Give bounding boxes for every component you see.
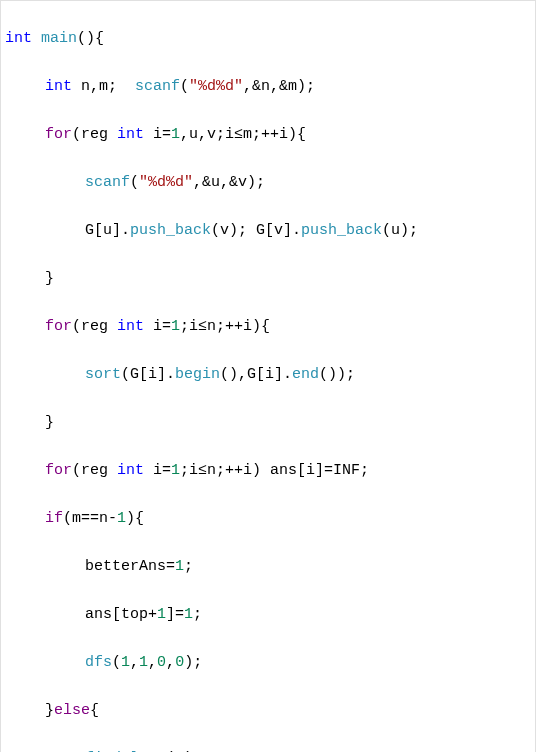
text: i= bbox=[144, 462, 171, 479]
code-line: sort(G[i].begin(),G[i].end()); bbox=[5, 363, 531, 387]
text: i= bbox=[144, 126, 171, 143]
method-pushback: push_back bbox=[301, 222, 382, 239]
code-line: scanf("%d%d",&u,&v); bbox=[5, 171, 531, 195]
func-scanf: scanf bbox=[126, 78, 180, 95]
text: ){ bbox=[126, 510, 144, 527]
code-line: betterAns=1; bbox=[5, 555, 531, 579]
text: , bbox=[166, 654, 175, 671]
method-begin: begin bbox=[175, 366, 220, 383]
code-line: for(reg int i=1;i≤n;++i) ans[i]=INF; bbox=[5, 459, 531, 483]
text: ;i≤n;++i) ans[i]=INF; bbox=[180, 462, 369, 479]
text: reg bbox=[81, 462, 117, 479]
text: ( bbox=[72, 462, 81, 479]
number: 1 bbox=[171, 126, 180, 143]
code-line: } bbox=[5, 411, 531, 435]
text: ;i≤n;++i){ bbox=[180, 318, 270, 335]
brace: { bbox=[90, 702, 99, 719]
code-block: int main(){ int n,m; scanf("%d%d",&n,&m)… bbox=[0, 0, 536, 752]
text: ; bbox=[193, 606, 202, 623]
code-line: dfs(1,1,0,0); bbox=[5, 651, 531, 675]
number: 1 bbox=[175, 558, 184, 575]
text: ( bbox=[180, 78, 189, 95]
number: 1 bbox=[139, 654, 148, 671]
keyword-int: int bbox=[45, 78, 72, 95]
text: reg bbox=[81, 126, 117, 143]
method-pushback: push_back bbox=[130, 222, 211, 239]
text: i= bbox=[144, 318, 171, 335]
text: , bbox=[130, 654, 139, 671]
number: 1 bbox=[171, 462, 180, 479]
text: G[u]. bbox=[85, 222, 130, 239]
number: 1 bbox=[171, 318, 180, 335]
text: ; bbox=[184, 558, 193, 575]
text: ()); bbox=[319, 366, 355, 383]
keyword-for: for bbox=[45, 126, 72, 143]
code-line: int n,m; scanf("%d%d",&n,&m); bbox=[5, 75, 531, 99]
text: ,u,v;i≤m;++i){ bbox=[180, 126, 306, 143]
keyword-int: int bbox=[117, 318, 144, 335]
string-literal: "%d%d" bbox=[139, 174, 193, 191]
number: 0 bbox=[157, 654, 166, 671]
text: (G[i]. bbox=[121, 366, 175, 383]
number: 1 bbox=[184, 606, 193, 623]
code-line: int main(){ bbox=[5, 27, 531, 51]
text: reg bbox=[81, 318, 117, 335]
keyword-int: int bbox=[117, 462, 144, 479]
text: ); bbox=[184, 654, 202, 671]
text: (v); G[v]. bbox=[211, 222, 301, 239]
code-line: for(reg int i=1,u,v;i≤m;++i){ bbox=[5, 123, 531, 147]
code-line: } bbox=[5, 267, 531, 291]
number: 1 bbox=[121, 654, 130, 671]
keyword-int: int bbox=[117, 126, 144, 143]
brace: } bbox=[45, 702, 54, 719]
code-line: if(m==n-1){ bbox=[5, 507, 531, 531]
func-dfs: dfs bbox=[85, 654, 112, 671]
text: (m==n- bbox=[63, 510, 117, 527]
func-scanf: scanf bbox=[85, 174, 130, 191]
text: (u); bbox=[382, 222, 418, 239]
number: 1 bbox=[157, 606, 166, 623]
keyword-else: else bbox=[54, 702, 90, 719]
keyword-if: if bbox=[45, 510, 63, 527]
func-sort: sort bbox=[85, 366, 121, 383]
text: ( bbox=[72, 126, 81, 143]
keyword-int: int bbox=[5, 30, 32, 47]
number: 0 bbox=[175, 654, 184, 671]
string-literal: "%d%d" bbox=[189, 78, 243, 95]
text: ,&n,&m); bbox=[243, 78, 315, 95]
keyword-for: for bbox=[45, 462, 72, 479]
text: (){ bbox=[77, 30, 104, 47]
brace: } bbox=[45, 414, 54, 431]
func-main: main bbox=[32, 30, 77, 47]
brace: } bbox=[45, 270, 54, 287]
text: ( bbox=[112, 654, 121, 671]
number: 1 bbox=[117, 510, 126, 527]
code-line: }else{ bbox=[5, 699, 531, 723]
text: ]= bbox=[166, 606, 184, 623]
text: ,&u,&v); bbox=[193, 174, 265, 191]
text: n,m; bbox=[72, 78, 126, 95]
text: betterAns= bbox=[85, 558, 175, 575]
text: (),G[i]. bbox=[220, 366, 292, 383]
text: ans[top+ bbox=[85, 606, 157, 623]
text: ( bbox=[130, 174, 139, 191]
code-line: G[u].push_back(v); G[v].push_back(u); bbox=[5, 219, 531, 243]
text: , bbox=[148, 654, 157, 671]
text: ( bbox=[72, 318, 81, 335]
code-line: for(reg int i=1;i≤n;++i){ bbox=[5, 315, 531, 339]
code-line: ans[top+1]=1; bbox=[5, 603, 531, 627]
method-end: end bbox=[292, 366, 319, 383]
keyword-for: for bbox=[45, 318, 72, 335]
code-line: find_loop(1); bbox=[5, 747, 531, 752]
